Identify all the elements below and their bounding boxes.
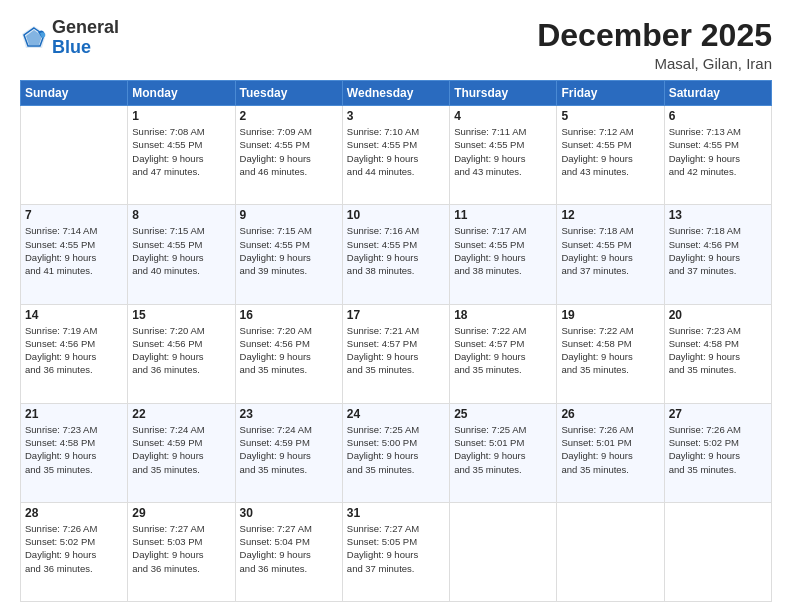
day-info: Sunrise: 7:12 AMSunset: 4:55 PMDaylight:… <box>561 125 659 178</box>
calendar-cell: 8Sunrise: 7:15 AMSunset: 4:55 PMDaylight… <box>128 205 235 304</box>
day-number: 9 <box>240 208 338 222</box>
calendar-cell: 26Sunrise: 7:26 AMSunset: 5:01 PMDayligh… <box>557 403 664 502</box>
weekday-header-thursday: Thursday <box>450 81 557 106</box>
day-number: 26 <box>561 407 659 421</box>
day-number: 10 <box>347 208 445 222</box>
calendar-cell <box>664 502 771 601</box>
weekday-header-tuesday: Tuesday <box>235 81 342 106</box>
header: General Blue December 2025 Masal, Gilan,… <box>20 18 772 72</box>
day-info: Sunrise: 7:24 AMSunset: 4:59 PMDaylight:… <box>132 423 230 476</box>
weekday-header-friday: Friday <box>557 81 664 106</box>
calendar-cell: 16Sunrise: 7:20 AMSunset: 4:56 PMDayligh… <box>235 304 342 403</box>
day-info: Sunrise: 7:19 AMSunset: 4:56 PMDaylight:… <box>25 324 123 377</box>
day-info: Sunrise: 7:11 AMSunset: 4:55 PMDaylight:… <box>454 125 552 178</box>
title-block: December 2025 Masal, Gilan, Iran <box>537 18 772 72</box>
day-info: Sunrise: 7:27 AMSunset: 5:03 PMDaylight:… <box>132 522 230 575</box>
calendar-cell: 13Sunrise: 7:18 AMSunset: 4:56 PMDayligh… <box>664 205 771 304</box>
day-info: Sunrise: 7:13 AMSunset: 4:55 PMDaylight:… <box>669 125 767 178</box>
calendar-cell: 27Sunrise: 7:26 AMSunset: 5:02 PMDayligh… <box>664 403 771 502</box>
calendar-cell: 12Sunrise: 7:18 AMSunset: 4:55 PMDayligh… <box>557 205 664 304</box>
logo: General Blue <box>20 18 119 58</box>
day-info: Sunrise: 7:17 AMSunset: 4:55 PMDaylight:… <box>454 224 552 277</box>
day-info: Sunrise: 7:18 AMSunset: 4:55 PMDaylight:… <box>561 224 659 277</box>
day-info: Sunrise: 7:14 AMSunset: 4:55 PMDaylight:… <box>25 224 123 277</box>
location: Masal, Gilan, Iran <box>537 55 772 72</box>
calendar-cell: 4Sunrise: 7:11 AMSunset: 4:55 PMDaylight… <box>450 106 557 205</box>
day-number: 8 <box>132 208 230 222</box>
calendar-cell: 11Sunrise: 7:17 AMSunset: 4:55 PMDayligh… <box>450 205 557 304</box>
day-number: 1 <box>132 109 230 123</box>
day-info: Sunrise: 7:20 AMSunset: 4:56 PMDaylight:… <box>132 324 230 377</box>
calendar-cell: 14Sunrise: 7:19 AMSunset: 4:56 PMDayligh… <box>21 304 128 403</box>
calendar-cell: 19Sunrise: 7:22 AMSunset: 4:58 PMDayligh… <box>557 304 664 403</box>
day-number: 16 <box>240 308 338 322</box>
calendar-cell: 18Sunrise: 7:22 AMSunset: 4:57 PMDayligh… <box>450 304 557 403</box>
day-info: Sunrise: 7:23 AMSunset: 4:58 PMDaylight:… <box>669 324 767 377</box>
day-info: Sunrise: 7:22 AMSunset: 4:58 PMDaylight:… <box>561 324 659 377</box>
week-row-1: 7Sunrise: 7:14 AMSunset: 4:55 PMDaylight… <box>21 205 772 304</box>
day-number: 7 <box>25 208 123 222</box>
day-info: Sunrise: 7:23 AMSunset: 4:58 PMDaylight:… <box>25 423 123 476</box>
day-number: 14 <box>25 308 123 322</box>
weekday-header-sunday: Sunday <box>21 81 128 106</box>
calendar-table: SundayMondayTuesdayWednesdayThursdayFrid… <box>20 80 772 602</box>
day-number: 18 <box>454 308 552 322</box>
day-number: 15 <box>132 308 230 322</box>
day-info: Sunrise: 7:26 AMSunset: 5:02 PMDaylight:… <box>669 423 767 476</box>
calendar-cell: 10Sunrise: 7:16 AMSunset: 4:55 PMDayligh… <box>342 205 449 304</box>
day-number: 28 <box>25 506 123 520</box>
day-number: 31 <box>347 506 445 520</box>
week-row-3: 21Sunrise: 7:23 AMSunset: 4:58 PMDayligh… <box>21 403 772 502</box>
weekday-header-row: SundayMondayTuesdayWednesdayThursdayFrid… <box>21 81 772 106</box>
week-row-2: 14Sunrise: 7:19 AMSunset: 4:56 PMDayligh… <box>21 304 772 403</box>
week-row-0: 1Sunrise: 7:08 AMSunset: 4:55 PMDaylight… <box>21 106 772 205</box>
day-number: 3 <box>347 109 445 123</box>
day-info: Sunrise: 7:09 AMSunset: 4:55 PMDaylight:… <box>240 125 338 178</box>
day-number: 12 <box>561 208 659 222</box>
calendar-cell: 9Sunrise: 7:15 AMSunset: 4:55 PMDaylight… <box>235 205 342 304</box>
day-info: Sunrise: 7:26 AMSunset: 5:02 PMDaylight:… <box>25 522 123 575</box>
day-number: 24 <box>347 407 445 421</box>
calendar-cell: 30Sunrise: 7:27 AMSunset: 5:04 PMDayligh… <box>235 502 342 601</box>
day-info: Sunrise: 7:21 AMSunset: 4:57 PMDaylight:… <box>347 324 445 377</box>
day-number: 5 <box>561 109 659 123</box>
day-number: 30 <box>240 506 338 520</box>
day-number: 13 <box>669 208 767 222</box>
calendar-cell: 20Sunrise: 7:23 AMSunset: 4:58 PMDayligh… <box>664 304 771 403</box>
calendar-cell <box>450 502 557 601</box>
calendar-cell: 22Sunrise: 7:24 AMSunset: 4:59 PMDayligh… <box>128 403 235 502</box>
logo-general: General <box>52 18 119 38</box>
calendar-cell: 2Sunrise: 7:09 AMSunset: 4:55 PMDaylight… <box>235 106 342 205</box>
day-info: Sunrise: 7:18 AMSunset: 4:56 PMDaylight:… <box>669 224 767 277</box>
day-info: Sunrise: 7:27 AMSunset: 5:04 PMDaylight:… <box>240 522 338 575</box>
calendar-cell: 5Sunrise: 7:12 AMSunset: 4:55 PMDaylight… <box>557 106 664 205</box>
day-info: Sunrise: 7:15 AMSunset: 4:55 PMDaylight:… <box>132 224 230 277</box>
weekday-header-wednesday: Wednesday <box>342 81 449 106</box>
week-row-4: 28Sunrise: 7:26 AMSunset: 5:02 PMDayligh… <box>21 502 772 601</box>
calendar-cell: 7Sunrise: 7:14 AMSunset: 4:55 PMDaylight… <box>21 205 128 304</box>
day-number: 25 <box>454 407 552 421</box>
day-number: 22 <box>132 407 230 421</box>
day-number: 29 <box>132 506 230 520</box>
calendar-cell: 3Sunrise: 7:10 AMSunset: 4:55 PMDaylight… <box>342 106 449 205</box>
calendar-cell: 25Sunrise: 7:25 AMSunset: 5:01 PMDayligh… <box>450 403 557 502</box>
day-info: Sunrise: 7:26 AMSunset: 5:01 PMDaylight:… <box>561 423 659 476</box>
calendar-cell: 17Sunrise: 7:21 AMSunset: 4:57 PMDayligh… <box>342 304 449 403</box>
day-info: Sunrise: 7:25 AMSunset: 5:01 PMDaylight:… <box>454 423 552 476</box>
day-number: 4 <box>454 109 552 123</box>
calendar-cell: 21Sunrise: 7:23 AMSunset: 4:58 PMDayligh… <box>21 403 128 502</box>
logo-text: General Blue <box>52 18 119 58</box>
day-number: 6 <box>669 109 767 123</box>
page: General Blue December 2025 Masal, Gilan,… <box>0 0 792 612</box>
calendar-cell: 23Sunrise: 7:24 AMSunset: 4:59 PMDayligh… <box>235 403 342 502</box>
weekday-header-monday: Monday <box>128 81 235 106</box>
day-info: Sunrise: 7:24 AMSunset: 4:59 PMDaylight:… <box>240 423 338 476</box>
calendar-cell: 28Sunrise: 7:26 AMSunset: 5:02 PMDayligh… <box>21 502 128 601</box>
day-info: Sunrise: 7:25 AMSunset: 5:00 PMDaylight:… <box>347 423 445 476</box>
day-number: 27 <box>669 407 767 421</box>
day-number: 21 <box>25 407 123 421</box>
day-number: 20 <box>669 308 767 322</box>
calendar-cell: 24Sunrise: 7:25 AMSunset: 5:00 PMDayligh… <box>342 403 449 502</box>
day-info: Sunrise: 7:10 AMSunset: 4:55 PMDaylight:… <box>347 125 445 178</box>
day-info: Sunrise: 7:15 AMSunset: 4:55 PMDaylight:… <box>240 224 338 277</box>
